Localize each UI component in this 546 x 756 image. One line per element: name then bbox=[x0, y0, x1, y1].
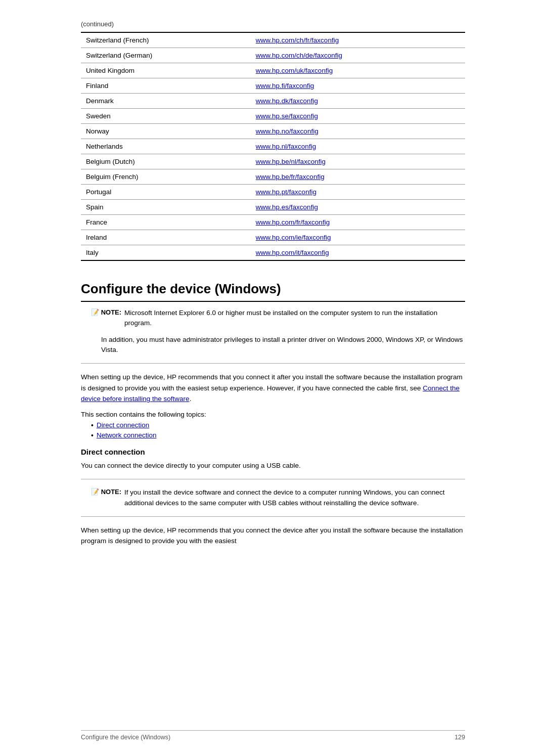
topics-intro: This section contains the following topi… bbox=[81, 411, 465, 418]
country-cell: Spain bbox=[81, 200, 251, 215]
url-cell: www.hp.com/uk/faxconfig bbox=[251, 63, 465, 78]
topics-list: Direct connectionNetwork connection bbox=[91, 421, 465, 439]
country-url-table: Switzerland (French)www.hp.com/ch/fr/fax… bbox=[81, 32, 465, 261]
country-cell: Netherlands bbox=[81, 139, 251, 154]
table-row: Swedenwww.hp.se/faxconfig bbox=[81, 109, 465, 124]
body1-text: When setting up the device, HP recommend… bbox=[81, 373, 463, 392]
country-link[interactable]: www.hp.no/faxconfig bbox=[256, 127, 318, 135]
country-link[interactable]: www.hp.dk/faxconfig bbox=[256, 97, 318, 105]
country-cell: France bbox=[81, 215, 251, 230]
note1-block: 📝 NOTE: Microsoft Internet Explorer 6.0 … bbox=[91, 308, 465, 329]
footer-right: 129 bbox=[454, 734, 465, 741]
url-cell: www.hp.be/nl/faxconfig bbox=[251, 154, 465, 169]
url-cell: www.hp.com/it/faxconfig bbox=[251, 245, 465, 261]
table-row: Francewww.hp.com/fr/faxconfig bbox=[81, 215, 465, 230]
country-cell: Denmark bbox=[81, 94, 251, 109]
note2-text: If you install the device software and c… bbox=[124, 487, 465, 508]
country-cell: United Kingdom bbox=[81, 63, 251, 78]
table-row: Finlandwww.hp.fi/faxconfig bbox=[81, 78, 465, 94]
note1-icon: 📝 NOTE: bbox=[91, 308, 121, 316]
note2-icon: 📝 NOTE: bbox=[91, 488, 121, 496]
table-row: Norwaywww.hp.no/faxconfig bbox=[81, 124, 465, 139]
url-cell: www.hp.es/faxconfig bbox=[251, 200, 465, 215]
url-cell: www.hp.com/fr/faxconfig bbox=[251, 215, 465, 230]
table-row: Switzerland (German)www.hp.com/ch/de/fax… bbox=[81, 48, 465, 63]
url-cell: www.hp.be/fr/faxconfig bbox=[251, 169, 465, 185]
table-row: Spainwww.hp.es/faxconfig bbox=[81, 200, 465, 215]
note2-block: 📝 NOTE: If you install the device softwa… bbox=[91, 487, 465, 508]
footer: Configure the device (Windows) 129 bbox=[81, 730, 465, 741]
separator3 bbox=[81, 516, 465, 517]
country-cell: Portugal bbox=[81, 185, 251, 200]
note1-text: Microsoft Internet Explorer 6.0 or highe… bbox=[124, 308, 465, 329]
table-row: Netherlandswww.hp.nl/faxconfig bbox=[81, 139, 465, 154]
country-link[interactable]: www.hp.se/faxconfig bbox=[256, 112, 318, 120]
separator2 bbox=[81, 479, 465, 479]
country-link[interactable]: www.hp.com/fr/faxconfig bbox=[256, 218, 330, 226]
table-row: Belgium (Dutch)www.hp.be/nl/faxconfig bbox=[81, 154, 465, 169]
country-link[interactable]: www.hp.pt/faxconfig bbox=[256, 188, 316, 196]
url-cell: www.hp.dk/faxconfig bbox=[251, 94, 465, 109]
list-item: Direct connection bbox=[91, 421, 465, 429]
url-cell: www.hp.fi/faxconfig bbox=[251, 78, 465, 94]
url-cell: www.hp.no/faxconfig bbox=[251, 124, 465, 139]
body1-end: . bbox=[190, 395, 192, 403]
country-link[interactable]: www.hp.es/faxconfig bbox=[256, 203, 318, 211]
url-cell: www.hp.nl/faxconfig bbox=[251, 139, 465, 154]
country-link[interactable]: www.hp.com/ch/fr/faxconfig bbox=[256, 36, 339, 44]
topic-link[interactable]: Network connection bbox=[97, 431, 157, 439]
country-cell: Sweden bbox=[81, 109, 251, 124]
body-text-1: When setting up the device, HP recommend… bbox=[81, 372, 465, 405]
country-cell: Italy bbox=[81, 245, 251, 261]
url-cell: www.hp.com/ch/fr/faxconfig bbox=[251, 32, 465, 48]
separator1 bbox=[81, 363, 465, 364]
country-link[interactable]: www.hp.be/fr/faxconfig bbox=[256, 173, 325, 181]
url-cell: www.hp.com/ch/de/faxconfig bbox=[251, 48, 465, 63]
note1-sub-block: In addition, you must have administrator… bbox=[101, 335, 465, 355]
country-link[interactable]: www.hp.nl/faxconfig bbox=[256, 143, 316, 150]
country-cell: Belgium (Dutch) bbox=[81, 154, 251, 169]
table-row: Belguim (French)www.hp.be/fr/faxconfig bbox=[81, 169, 465, 185]
url-cell: www.hp.se/faxconfig bbox=[251, 109, 465, 124]
topic-link[interactable]: Direct connection bbox=[97, 421, 149, 429]
country-link[interactable]: www.hp.com/it/faxconfig bbox=[256, 249, 329, 256]
country-cell: Ireland bbox=[81, 230, 251, 245]
country-link[interactable]: www.hp.com/ie/faxconfig bbox=[256, 234, 331, 241]
country-cell: Switzerland (German) bbox=[81, 48, 251, 63]
table-row: Irelandwww.hp.com/ie/faxconfig bbox=[81, 230, 465, 245]
body-text-2: When setting up the device, HP recommend… bbox=[81, 525, 465, 547]
country-link[interactable]: www.hp.com/ch/de/faxconfig bbox=[256, 52, 342, 59]
note1-sub-text: In addition, you must have administrator… bbox=[101, 335, 465, 355]
country-cell: Norway bbox=[81, 124, 251, 139]
footer-left: Configure the device (Windows) bbox=[81, 734, 170, 741]
list-item: Network connection bbox=[91, 431, 465, 439]
table-row: Denmarkwww.hp.dk/faxconfig bbox=[81, 94, 465, 109]
table-row: Portugalwww.hp.pt/faxconfig bbox=[81, 185, 465, 200]
url-cell: www.hp.com/ie/faxconfig bbox=[251, 230, 465, 245]
country-cell: Finland bbox=[81, 78, 251, 94]
continued-label: (continued) bbox=[81, 20, 465, 28]
table-row: Switzerland (French)www.hp.com/ch/fr/fax… bbox=[81, 32, 465, 48]
country-cell: Belguim (French) bbox=[81, 169, 251, 185]
country-link[interactable]: www.hp.com/uk/faxconfig bbox=[256, 67, 333, 74]
country-link[interactable]: www.hp.be/nl/faxconfig bbox=[256, 158, 326, 165]
url-cell: www.hp.pt/faxconfig bbox=[251, 185, 465, 200]
direct-connection-title: Direct connection bbox=[81, 448, 465, 456]
table-row: United Kingdomwww.hp.com/uk/faxconfig bbox=[81, 63, 465, 78]
section-title: Configure the device (Windows) bbox=[81, 281, 465, 302]
direct-connection-body: You can connect the device directly to y… bbox=[81, 460, 465, 471]
table-row: Italywww.hp.com/it/faxconfig bbox=[81, 245, 465, 261]
country-cell: Switzerland (French) bbox=[81, 32, 251, 48]
country-link[interactable]: www.hp.fi/faxconfig bbox=[256, 82, 314, 90]
